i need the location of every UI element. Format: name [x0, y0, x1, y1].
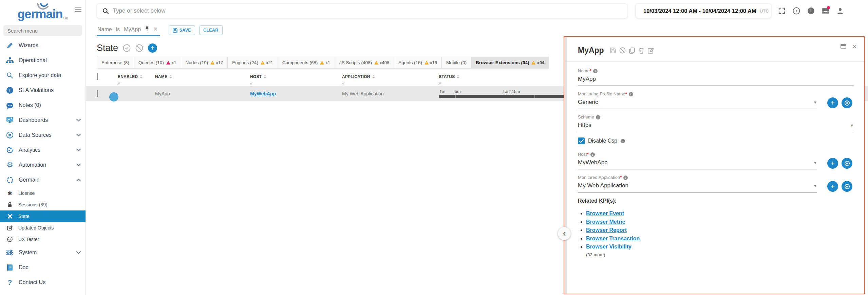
tab-agents[interactable]: Agents (16) x16 — [394, 57, 442, 68]
disable-icon[interactable] — [619, 47, 626, 54]
info-icon[interactable] — [590, 152, 595, 157]
disable-all-icon[interactable] — [135, 44, 143, 52]
disable-csp-checkbox[interactable] — [578, 137, 585, 144]
sidebar-search-input[interactable] — [7, 28, 78, 34]
hamburger-menu-icon[interactable] — [75, 5, 81, 13]
copy-icon[interactable] — [629, 47, 635, 54]
sort-icon[interactable] — [264, 75, 266, 78]
sidebar-item-data-sources[interactable]: Data Sources — [0, 128, 86, 143]
info-icon[interactable] — [807, 7, 815, 15]
add-button[interactable] — [148, 43, 157, 53]
filter-remove-icon[interactable]: ✕ — [153, 26, 158, 32]
kpi-link[interactable]: Browser Report — [586, 227, 627, 233]
view-application-button[interactable] — [842, 181, 852, 192]
add-application-button[interactable] — [827, 181, 838, 192]
row-checkbox[interactable] — [97, 90, 98, 97]
sort-icon[interactable] — [457, 75, 459, 78]
host-select[interactable]: MyWebApp — [578, 157, 817, 169]
sidebar-item-contact-us[interactable]: Contact Us — [0, 275, 86, 290]
kpi-link[interactable]: Browser Transaction — [586, 236, 640, 241]
tab-components[interactable]: Components (68) x1 — [278, 57, 335, 68]
sidebar-item-wizards[interactable]: Wizards — [0, 38, 86, 53]
kpi-link[interactable]: Browser Event — [586, 210, 624, 216]
info-icon[interactable] — [623, 176, 628, 180]
sidebar-item-notes[interactable]: Notes (0) — [0, 98, 86, 113]
sidebar-item-sla-violations[interactable]: ! SLA Violations — [0, 83, 86, 98]
view-host-button[interactable] — [842, 158, 852, 169]
column-filter-handle[interactable]: // — [118, 81, 120, 86]
info-icon[interactable] — [596, 115, 600, 119]
sidebar-item-updated-objects[interactable]: Updated Objects — [0, 222, 86, 234]
select-all-checkbox[interactable] — [97, 73, 98, 80]
kpi-link[interactable]: Browser Visibility — [586, 244, 631, 250]
sidebar-item-doc[interactable]: Doc — [0, 260, 86, 275]
info-icon[interactable] — [629, 92, 633, 96]
sort-icon[interactable] — [372, 75, 375, 78]
column-filter-handle[interactable]: // — [342, 81, 344, 86]
filter-field: Name — [97, 26, 112, 33]
sidebar-search[interactable] — [3, 25, 82, 36]
column-header-application[interactable]: APPLICATION — [342, 74, 439, 79]
kpi-link[interactable]: Browser Metric — [586, 219, 625, 225]
info-icon[interactable] — [593, 69, 598, 73]
enable-all-icon[interactable] — [123, 44, 131, 52]
sidebar-item-state[interactable]: State — [0, 210, 86, 222]
tab-js-scripts[interactable]: JS Scripts (408) x408 — [335, 57, 394, 68]
user-icon[interactable] — [836, 7, 844, 15]
tab-browser-extensions[interactable]: Browser Extensions (94) x94 — [471, 57, 549, 68]
tab-queues[interactable]: Queues (10) x1 — [134, 57, 181, 68]
filter-chip[interactable]: Name is MyApp ✕ — [97, 25, 160, 36]
delete-icon[interactable] — [638, 47, 645, 54]
sidebar-item-analytics[interactable]: Analytics — [0, 143, 86, 158]
sidebar-item-license[interactable]: License — [0, 187, 86, 199]
column-header-host[interactable]: HOST — [250, 74, 342, 79]
tab-mobile[interactable]: Mobile (0) — [442, 57, 471, 68]
scheme-select[interactable]: Https — [578, 119, 854, 132]
pencil-icon — [5, 42, 14, 49]
info-icon[interactable] — [621, 139, 625, 143]
global-search-input[interactable] — [113, 7, 622, 14]
edit-icon[interactable] — [648, 47, 654, 54]
sidebar-item-sessions[interactable]: Sessions (39) — [0, 199, 86, 210]
pin-icon[interactable] — [145, 26, 149, 31]
view-profile-button[interactable] — [842, 97, 852, 108]
sidebar-item-operational[interactable]: Operational — [0, 53, 86, 68]
sidebar-item-explore[interactable]: Explore your data — [0, 68, 86, 83]
global-search[interactable] — [97, 3, 628, 18]
column-header-enabled[interactable]: ENABLED — [118, 74, 155, 79]
panel-collapse-button[interactable] — [558, 227, 571, 240]
add-host-button[interactable] — [827, 158, 838, 169]
sidebar-item-system[interactable]: System — [0, 245, 86, 260]
close-icon[interactable] — [851, 43, 858, 50]
inbox-icon[interactable] — [822, 7, 829, 15]
sidebar-item-dashboards[interactable]: Dashboards — [0, 113, 86, 128]
tab-enterprise[interactable]: Enterprise (8) — [97, 57, 134, 68]
sidebar-item-automation[interactable]: Automation — [0, 158, 86, 172]
column-filter-handle[interactable]: // — [439, 81, 441, 86]
add-profile-button[interactable] — [827, 97, 838, 108]
row-host-link[interactable]: MyWebApp — [250, 91, 276, 96]
name-input[interactable]: MyApp — [578, 73, 854, 86]
tab-nodes[interactable]: Nodes (19) x17 — [181, 57, 228, 68]
save-filter-button[interactable]: SAVE — [169, 25, 195, 35]
fullscreen-icon[interactable] — [778, 7, 786, 15]
status-mini-chart[interactable]: 1m 5m Last 15m — [439, 89, 564, 98]
panel-scrollbar[interactable] — [564, 37, 567, 294]
sidebar-item-germain[interactable]: Germain — [0, 172, 86, 187]
sort-icon[interactable] — [169, 75, 172, 78]
save-icon[interactable] — [610, 47, 616, 54]
monitoring-profile-select[interactable]: Generic — [578, 96, 817, 109]
tab-engines[interactable]: Engines (24) x21 — [228, 57, 278, 68]
popout-window-icon[interactable] — [840, 43, 847, 50]
sidebar-item-ux-tester[interactable]: UX Tester — [0, 234, 86, 245]
column-filter-handle[interactable]: // — [250, 81, 252, 86]
monitored-application-select[interactable]: My Web Application — [578, 180, 817, 192]
date-range-picker[interactable]: 10/03/2024 12:00 AM - 10/04/2024 12:00 A… — [636, 3, 771, 18]
field-name: Name* MyApp — [578, 68, 857, 86]
column-header-name[interactable]: NAME — [155, 74, 250, 79]
clear-filter-button[interactable]: CLEAR — [199, 25, 223, 35]
brand-sub: ux — [63, 16, 68, 20]
save-icon — [173, 28, 177, 33]
sort-icon[interactable] — [140, 75, 143, 78]
play-circle-icon[interactable] — [793, 7, 800, 15]
